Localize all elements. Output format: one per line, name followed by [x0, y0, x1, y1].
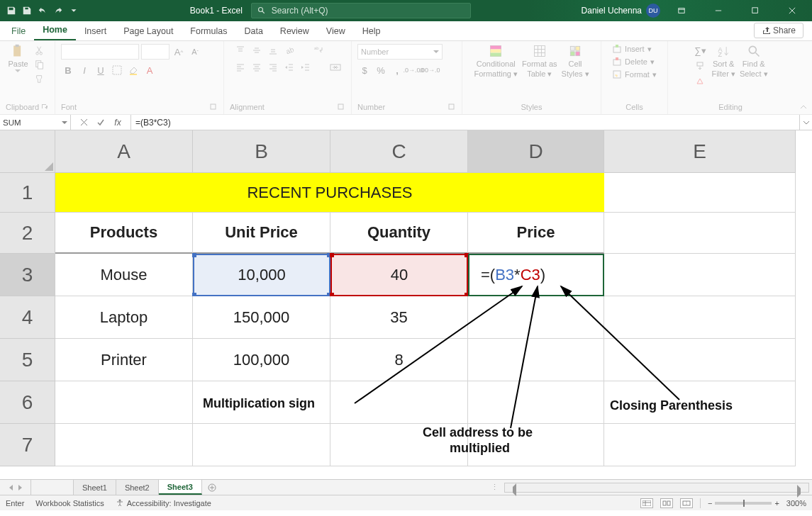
worksheet-grid[interactable]: ABCDE 1234567 RECENT PURCHASESProductsUn…: [0, 130, 812, 479]
cell[interactable]: 10,000: [193, 254, 330, 296]
cell[interactable]: Unit Price: [193, 213, 330, 254]
align-center-button[interactable]: [250, 61, 264, 74]
sort-filter-button[interactable]: AZ Sort & Filter ▾: [711, 44, 735, 79]
font-size-select[interactable]: [141, 44, 169, 60]
sheet-tab-3[interactable]: Sheet3: [159, 480, 202, 495]
active-cell[interactable]: =(B3*C3): [468, 254, 604, 296]
font-color-button[interactable]: A: [143, 64, 157, 77]
paste-button[interactable]: Paste: [8, 44, 28, 72]
cell[interactable]: 35: [330, 296, 468, 339]
enter-formula-button[interactable]: [92, 118, 109, 127]
align-top-button[interactable]: [233, 44, 248, 57]
title-cell[interactable]: RECENT PURCHASES: [55, 173, 604, 213]
cell[interactable]: [330, 381, 468, 424]
increase-indent-button[interactable]: [299, 61, 313, 74]
user-account[interactable]: Daniel Uchenna DU: [582, 4, 660, 18]
ribbon-display-button[interactable]: [666, 0, 697, 21]
column-header-E[interactable]: E: [604, 130, 796, 173]
zoom-level[interactable]: 300%: [786, 499, 806, 507]
alignment-launcher-icon[interactable]: [337, 103, 345, 111]
sheet-tab-2[interactable]: Sheet2: [116, 480, 159, 495]
wrap-text-button[interactable]: ab: [312, 44, 326, 57]
cell[interactable]: [604, 213, 796, 254]
increase-decimal-button[interactable]: .0→.00: [406, 64, 421, 77]
cell-styles-button[interactable]: Cell Styles ▾: [562, 44, 589, 79]
tab-review[interactable]: Review: [272, 22, 318, 40]
percent-format-button[interactable]: %: [374, 64, 388, 77]
save-icon[interactable]: [21, 5, 33, 16]
cell[interactable]: 40: [330, 254, 468, 296]
find-select-button[interactable]: Find & Select ▾: [740, 44, 768, 79]
cell[interactable]: Printer: [55, 339, 193, 381]
name-box[interactable]: SUM: [0, 115, 71, 130]
border-button[interactable]: [110, 64, 124, 77]
redo-icon[interactable]: [52, 5, 64, 16]
font-launcher-icon[interactable]: [209, 103, 218, 111]
accounting-format-button[interactable]: $: [357, 64, 372, 77]
qat-more-icon[interactable]: [68, 5, 79, 16]
format-painter-button[interactable]: [33, 72, 47, 85]
align-bottom-button[interactable]: [266, 44, 280, 57]
font-name-select[interactable]: [61, 44, 139, 60]
horizontal-scrollbar[interactable]: [504, 483, 809, 493]
cell[interactable]: 150,000: [193, 296, 330, 339]
column-header-C[interactable]: C: [330, 130, 468, 173]
status-wb-stats[interactable]: Workbook Statistics: [35, 499, 104, 507]
page-break-view-button[interactable]: [680, 498, 693, 508]
tab-data[interactable]: Data: [235, 22, 271, 40]
cell[interactable]: [604, 254, 796, 296]
merge-button[interactable]: [328, 61, 343, 74]
insert-cells-button[interactable]: Insert ▾: [612, 44, 657, 54]
zoom-slider[interactable]: −+: [708, 499, 779, 507]
select-all-corner[interactable]: [0, 130, 55, 173]
fill-color-button[interactable]: [126, 64, 140, 77]
cell[interactable]: Quantity: [330, 213, 468, 254]
cell[interactable]: [55, 381, 193, 424]
autosum-button[interactable]: ∑▾: [693, 44, 707, 57]
format-cells-button[interactable]: Format ▾: [612, 69, 657, 79]
cell[interactable]: [468, 339, 604, 381]
underline-button[interactable]: U: [94, 64, 108, 77]
tab-file[interactable]: File: [3, 22, 34, 40]
decrease-decimal-button[interactable]: .00→.0: [423, 64, 437, 77]
page-layout-view-button[interactable]: [660, 498, 673, 508]
row-header-2[interactable]: 2: [0, 213, 55, 254]
orientation-button[interactable]: ab: [282, 44, 296, 57]
column-header-B[interactable]: B: [193, 130, 330, 173]
status-accessibility[interactable]: Accessibility: Investigate: [116, 499, 211, 507]
row-header-7[interactable]: 7: [0, 424, 55, 466]
new-sheet-button[interactable]: [202, 480, 222, 495]
cancel-formula-button[interactable]: [75, 118, 92, 126]
cell[interactable]: [193, 424, 330, 466]
expand-formula-bar-button[interactable]: [799, 115, 812, 130]
row-header-5[interactable]: 5: [0, 339, 55, 381]
row-header-3[interactable]: 3: [0, 254, 55, 296]
cell[interactable]: [604, 173, 796, 213]
insert-function-button[interactable]: fx: [109, 118, 126, 128]
normal-view-button[interactable]: [640, 498, 653, 508]
cell[interactable]: [468, 381, 604, 424]
conditional-formatting-button[interactable]: Conditional Formatting ▾: [474, 44, 518, 79]
copy-button[interactable]: [33, 58, 47, 71]
undo-icon[interactable]: [37, 5, 48, 16]
column-header-D[interactable]: D: [468, 130, 604, 173]
tab-page-layout[interactable]: Page Layout: [115, 22, 182, 40]
cell[interactable]: [468, 296, 604, 339]
sheet-nav-buttons[interactable]: [0, 480, 31, 495]
tab-home[interactable]: Home: [34, 21, 76, 40]
cell[interactable]: Mouse: [55, 254, 193, 296]
share-button[interactable]: Share: [754, 23, 803, 38]
increase-font-button[interactable]: A^: [172, 45, 186, 58]
clear-button[interactable]: [693, 75, 707, 88]
format-as-table-button[interactable]: Format as Table ▾: [522, 44, 557, 79]
cell[interactable]: 8: [330, 339, 468, 381]
cell[interactable]: Price: [468, 213, 604, 254]
cut-button[interactable]: [33, 44, 47, 57]
tab-formulas[interactable]: Formulas: [182, 22, 235, 40]
cell[interactable]: Products: [55, 213, 193, 254]
delete-cells-button[interactable]: Delete ▾: [612, 57, 657, 67]
collapse-ribbon-icon[interactable]: [799, 103, 808, 111]
number-launcher-icon[interactable]: [447, 103, 456, 111]
maximize-button[interactable]: [740, 0, 771, 21]
cell[interactable]: [604, 296, 796, 339]
